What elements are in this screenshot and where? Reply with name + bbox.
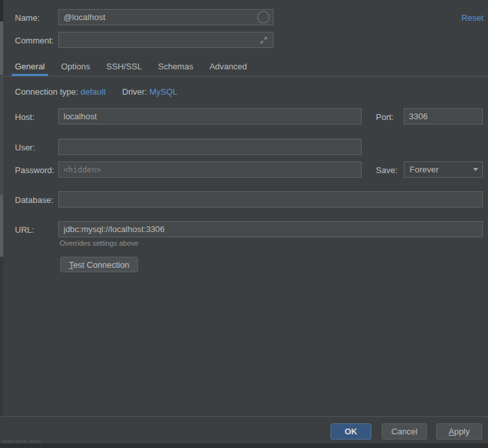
save-label: Save: (376, 165, 397, 175)
password-label: Password: (15, 165, 54, 175)
tab-ssh-ssl[interactable]: SSH/SSL (106, 60, 142, 76)
test-connection-label: Test Connection (69, 260, 129, 270)
left-panel-edge (0, 257, 3, 416)
tab-options[interactable]: Options (61, 60, 90, 76)
comment-input[interactable] (59, 35, 259, 45)
url-hint: Overrides settings above (60, 239, 139, 247)
url-input[interactable] (58, 221, 483, 237)
database-input[interactable] (58, 191, 483, 207)
driver-link[interactable]: MySQL (149, 87, 177, 97)
cancel-button[interactable]: Cancel (382, 423, 427, 440)
color-picker-circle-icon[interactable] (257, 11, 270, 23)
connection-type-link[interactable]: default (80, 87, 106, 97)
footer-divider (0, 416, 488, 417)
ok-button[interactable]: OK (331, 423, 371, 440)
url-label: URL: (15, 225, 34, 235)
port-label: Port: (376, 112, 393, 122)
settings-tabs: General Options SSH/SSL Schemas Advanced (15, 60, 247, 76)
tab-schemas[interactable]: Schemas (158, 60, 193, 76)
ok-label: OK (345, 427, 358, 436)
cancel-label: Cancel (391, 427, 417, 436)
user-input[interactable] (58, 139, 362, 155)
tabs-divider (0, 76, 488, 77)
tab-advanced[interactable]: Advanced (209, 60, 247, 76)
host-label: Host: (15, 112, 34, 122)
chevron-down-icon (473, 168, 478, 171)
left-scrollbar-thumb (0, 195, 3, 257)
name-label: Name: (15, 13, 40, 23)
apply-label: Apply (448, 427, 470, 436)
name-input[interactable] (59, 12, 257, 22)
comment-label: Comment: (15, 36, 54, 45)
driver-label: Driver: (122, 87, 147, 97)
save-password-selected-value: Forever (410, 165, 473, 174)
tab-general[interactable]: General (15, 60, 45, 76)
expand-icon[interactable] (259, 36, 268, 45)
password-input[interactable] (58, 161, 362, 178)
database-label: Database: (15, 195, 53, 205)
apply-button[interactable]: Apply (436, 423, 482, 440)
name-field-box (58, 9, 273, 25)
host-input[interactable] (58, 108, 362, 124)
reset-link[interactable]: Reset (461, 13, 483, 23)
user-label: User: (15, 143, 35, 152)
comment-field-box (58, 32, 273, 48)
left-panel-edge (0, 75, 3, 195)
left-scrollbar-thumb (0, 21, 3, 75)
background-window-strip (0, 443, 488, 448)
port-input[interactable] (404, 108, 483, 124)
left-panel-edge (0, 0, 3, 21)
connection-type-row: Connection type: default Driver: MySQL (15, 87, 178, 97)
save-password-select[interactable]: Forever (404, 161, 483, 178)
data-source-settings-dialog: minutes ago Name: Reset Comment: General… (0, 0, 488, 448)
connection-type-label: Connection type: (15, 87, 78, 97)
test-connection-button[interactable]: Test Connection (60, 257, 138, 272)
